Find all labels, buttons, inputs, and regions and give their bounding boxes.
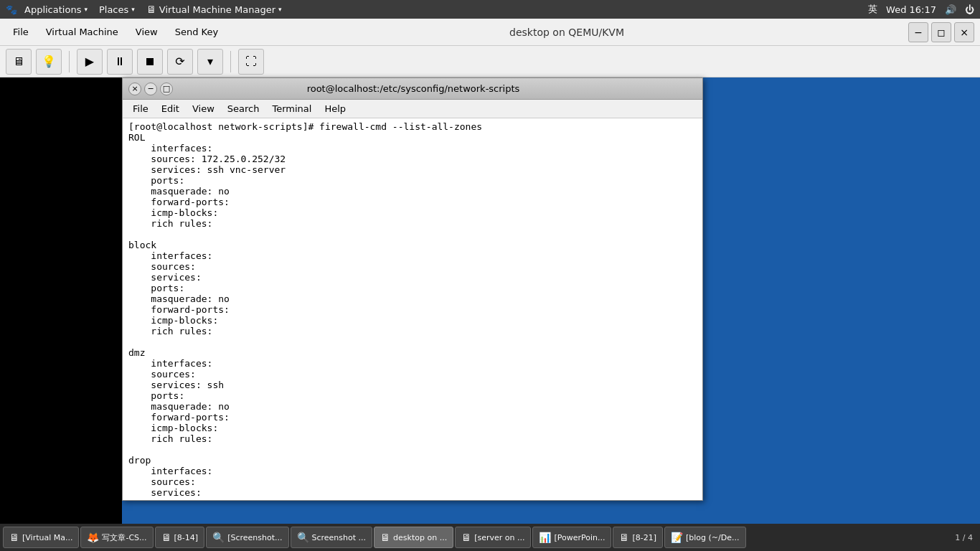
taskbar-8-21[interactable]: 🖥 [8-21]	[613, 527, 663, 548]
taskbar-cs-writer-label: 写文章-CS...	[102, 532, 146, 543]
toolbar-sep-2	[230, 51, 231, 72]
terminal-titlebar: × − □ root@localhost:/etc/sysconfig/netw…	[123, 78, 702, 100]
terminal-content[interactable]: [root@localhost network-scripts]# firewa…	[123, 118, 702, 500]
volume-icon[interactable]: 🔊	[945, 4, 956, 15]
vm-manager-menu[interactable]: 🖥 Virtual Machine Manager ▾	[142, 2, 286, 17]
taskbar-cs-writer-icon: 🦊	[87, 532, 99, 543]
topbar-left: 🐾 Applications ▾ Places ▾ 🖥 Virtual Mach…	[6, 2, 286, 17]
topbar-right: 英 Wed 16:17 🔊 ⏻	[868, 3, 974, 16]
toolbar-sep-1	[69, 51, 70, 72]
taskbar-desktop-on-label: desktop on ...	[393, 533, 447, 542]
vm-sendkey-menu[interactable]: Send Key	[168, 24, 225, 40]
gnome-icon: 🐾	[6, 4, 17, 15]
taskbar-desktop-on[interactable]: 🖥 desktop on ...	[374, 527, 453, 548]
places-arrow: ▾	[131, 6, 135, 13]
taskbar-blog-home-icon: 📝	[671, 532, 683, 543]
taskbar-virtual-ma[interactable]: 🖥 [Virtual Ma...	[3, 527, 79, 548]
desktop: 🏠 home 🗑 Trash × − □ root@localhost:/etc…	[0, 77, 980, 524]
taskbar-screenshot-term-icon: 🔍	[297, 532, 309, 543]
taskbar-desktop-on-icon: 🖥	[380, 532, 390, 543]
taskbar-8-14-label: [8-14]	[174, 533, 199, 542]
taskbar-virtual-ma-label: [Virtual Ma...	[22, 533, 72, 542]
terminal-close-button[interactable]: ×	[128, 83, 141, 95]
stop-icon-btn[interactable]: ⏹	[137, 49, 163, 75]
vm-manager-label: Virtual Machine Manager	[159, 4, 275, 15]
taskbar-screenshot-mgr-label: [Screenshot...	[227, 533, 282, 542]
taskbar-virtual-ma-icon: 🖥	[9, 532, 19, 543]
terminal-minimize-button[interactable]: −	[144, 83, 157, 95]
taskbar-powerpoint-label: [PowerPoin...	[554, 533, 605, 542]
taskbar-powerpoint[interactable]: 📊 [PowerPoin...	[532, 527, 611, 548]
lightbulb-icon-btn[interactable]: 💡	[36, 49, 62, 75]
play-icon-btn[interactable]: ▶	[77, 49, 103, 75]
term-file-menu[interactable]: File	[127, 102, 154, 116]
taskbar: 🖥 [Virtual Ma... 🦊 写文章-CS... 🖥 [8-14] 🔍 …	[0, 524, 980, 551]
main-area: 🏠 home 🗑 Trash × − □ root@localhost:/etc…	[0, 77, 980, 524]
lang-indicator[interactable]: 英	[868, 3, 877, 16]
taskbar-cs-writer[interactable]: 🦊 写文章-CS...	[80, 527, 153, 548]
terminal-title: root@localhost:/etc/sysconfig/network-sc…	[173, 83, 654, 94]
monitor-icon-btn[interactable]: 🖥	[6, 49, 32, 75]
term-terminal-menu[interactable]: Terminal	[266, 102, 317, 116]
applications-menu[interactable]: Applications ▾	[20, 3, 92, 17]
vm-toolbar: File Virtual Machine View Send Key deskt…	[0, 19, 980, 46]
terminal-window: × − □ root@localhost:/etc/sysconfig/netw…	[122, 77, 703, 501]
taskbar-8-14[interactable]: 🖥 [8-14]	[155, 527, 205, 548]
vm-close-button[interactable]: ×	[954, 22, 974, 42]
restart-icon-btn[interactable]: ⟳	[167, 49, 193, 75]
topbar: 🐾 Applications ▾ Places ▾ 🖥 Virtual Mach…	[0, 0, 980, 19]
terminal-menubar: File Edit View Search Terminal Help	[123, 100, 702, 118]
vm-view-menu[interactable]: View	[128, 24, 165, 40]
vm-file-menu[interactable]: File	[6, 24, 36, 40]
taskbar-page-indicator: 1 / 4	[951, 533, 977, 542]
taskbar-blog-home-label: [blog (~/De...	[686, 533, 739, 542]
taskbar-blog-home[interactable]: 📝 [blog (~/De...	[664, 527, 745, 548]
places-label: Places	[99, 4, 128, 15]
taskbar-server-on-icon: 🖥	[461, 532, 471, 543]
term-view-menu[interactable]: View	[187, 102, 220, 116]
icon-toolbar: 🖥 💡 ▶ ⏸ ⏹ ⟳ ▾ ⛶	[0, 46, 980, 77]
term-help-menu[interactable]: Help	[319, 102, 352, 116]
power-icon[interactable]: ⏻	[965, 4, 974, 15]
terminal-maximize-button[interactable]: □	[160, 83, 173, 95]
vm-title: desktop on QEMU/KVM	[228, 27, 905, 38]
vm-virtual-machine-menu[interactable]: Virtual Machine	[39, 24, 126, 40]
taskbar-8-14-icon: 🖥	[161, 532, 171, 543]
vm-maximize-button[interactable]: ◻	[931, 22, 951, 42]
term-edit-menu[interactable]: Edit	[156, 102, 185, 116]
taskbar-screenshot-mgr-icon: 🔍	[212, 532, 225, 543]
taskbar-8-21-label: [8-21]	[632, 533, 656, 542]
taskbar-screenshot-term[interactable]: 🔍 Screenshot ...	[291, 527, 373, 548]
applications-label: Applications	[24, 4, 81, 15]
taskbar-server-on-label: [server on ...	[474, 533, 524, 542]
fullscreen-icon-btn[interactable]: ⛶	[238, 49, 264, 75]
dropdown-icon-btn[interactable]: ▾	[197, 49, 223, 75]
applications-arrow: ▾	[84, 6, 88, 13]
vm-minimize-button[interactable]: −	[908, 22, 928, 42]
vm-icon: 🖥	[146, 4, 156, 15]
vm-manager-arrow: ▾	[278, 6, 282, 13]
taskbar-screenshot-term-label: Screenshot ...	[312, 533, 367, 542]
places-menu[interactable]: Places ▾	[95, 3, 139, 17]
taskbar-powerpoint-icon: 📊	[539, 532, 551, 543]
taskbar-server-on[interactable]: 🖥 [server on ...	[455, 527, 531, 548]
clock: Wed 16:17	[886, 4, 936, 15]
pause-icon-btn[interactable]: ⏸	[107, 49, 133, 75]
taskbar-8-21-icon: 🖥	[619, 532, 629, 543]
taskbar-screenshot-mgr[interactable]: 🔍 [Screenshot...	[206, 527, 288, 548]
term-search-menu[interactable]: Search	[222, 102, 265, 116]
